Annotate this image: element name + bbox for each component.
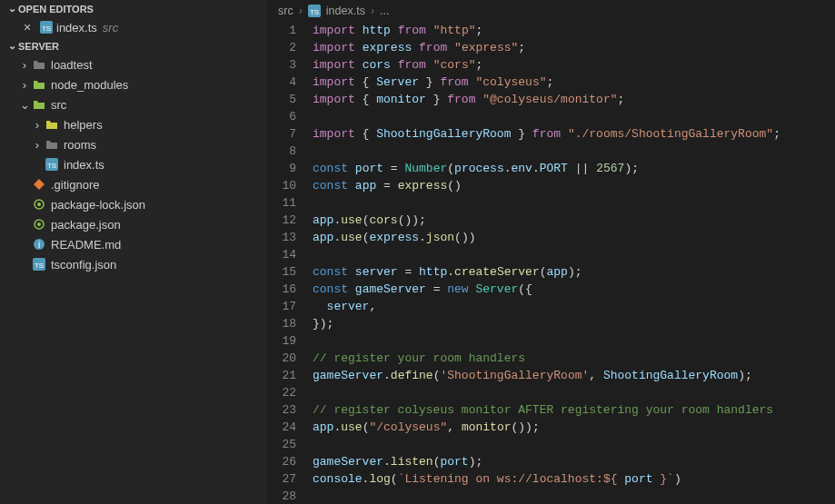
code-line[interactable]: app.use(express.json()) bbox=[313, 229, 835, 246]
code-line[interactable]: // register colyseus monitor AFTER regis… bbox=[313, 401, 835, 419]
code-line[interactable]: const app = express() bbox=[313, 177, 835, 194]
code-line[interactable] bbox=[313, 143, 835, 160]
code-content[interactable]: import http from "http";import express f… bbox=[313, 22, 835, 504]
code-line[interactable]: console.log(`Listening on ws://localhost… bbox=[313, 470, 835, 488]
svg-point-7 bbox=[37, 222, 41, 226]
chevron-right-icon: › bbox=[31, 138, 44, 152]
breadcrumb[interactable]: src › TS index.ts › ... bbox=[267, 0, 835, 22]
code-line[interactable]: import http from "http"; bbox=[313, 22, 835, 39]
tree-item-package-lock-json[interactable]: package-lock.json bbox=[0, 194, 267, 214]
ts-icon: TS bbox=[44, 158, 60, 171]
line-number: 5 bbox=[267, 91, 296, 108]
ts-icon: TS bbox=[31, 258, 47, 271]
code-line[interactable]: import { monitor } from "@colyseus/monit… bbox=[313, 91, 835, 108]
line-number: 8 bbox=[267, 143, 296, 160]
tree-item-label: .gitignore bbox=[51, 178, 99, 192]
line-number: 1 bbox=[267, 22, 296, 39]
line-number: 7 bbox=[267, 125, 296, 143]
tree-item-label: package-lock.json bbox=[51, 198, 145, 212]
tree-item-node-modules[interactable]: ›node_modules bbox=[0, 74, 267, 94]
code-line[interactable] bbox=[313, 488, 835, 504]
tree-item-package-json[interactable]: package.json bbox=[0, 214, 267, 234]
line-number: 14 bbox=[267, 246, 296, 263]
code-line[interactable]: import cors from "cors"; bbox=[313, 56, 835, 74]
code-line[interactable]: gameServer.listen(port); bbox=[313, 453, 835, 470]
tree-item--gitignore[interactable]: .gitignore bbox=[0, 174, 267, 194]
line-number: 20 bbox=[267, 350, 296, 367]
svg-text:TS: TS bbox=[310, 8, 319, 16]
code-line[interactable]: // register your room handlers bbox=[313, 350, 835, 367]
code-line[interactable] bbox=[313, 436, 835, 453]
tree-item-tsconfig-json[interactable]: TStsconfig.json bbox=[0, 254, 267, 274]
code-line[interactable]: app.use("/colyseus", monitor()); bbox=[313, 419, 835, 436]
line-number: 10 bbox=[267, 177, 296, 194]
ts-icon: TS bbox=[308, 5, 321, 17]
chevron-right-icon: › bbox=[18, 58, 31, 72]
open-editor-hint: src bbox=[103, 21, 118, 35]
line-number: 4 bbox=[267, 74, 296, 91]
svg-text:TS: TS bbox=[42, 25, 51, 33]
breadcrumb-part[interactable]: index.ts bbox=[326, 5, 365, 17]
open-editor-item[interactable]: × TS index.ts src bbox=[0, 17, 267, 37]
line-number: 19 bbox=[267, 332, 296, 350]
line-number: 28 bbox=[267, 488, 296, 504]
code-line[interactable] bbox=[313, 332, 835, 350]
chevron-right-icon: › bbox=[31, 118, 44, 132]
tree-item-helpers[interactable]: ›helpers bbox=[0, 114, 267, 134]
folder-src-icon bbox=[31, 98, 47, 111]
code-line[interactable]: }); bbox=[313, 315, 835, 332]
code-line[interactable] bbox=[313, 194, 835, 212]
line-number: 11 bbox=[267, 194, 296, 212]
open-editors-title: OPEN EDITORS bbox=[18, 4, 94, 15]
code-line[interactable]: const port = Number(process.env.PORT || … bbox=[313, 160, 835, 177]
tree-item-rooms[interactable]: ›rooms bbox=[0, 134, 267, 154]
tree-item-label: helpers bbox=[64, 118, 103, 132]
code-editor[interactable]: 1234567891011121314151617181920212223242… bbox=[267, 22, 835, 504]
line-number: 21 bbox=[267, 367, 296, 384]
code-line[interactable] bbox=[313, 108, 835, 125]
code-line[interactable]: import express from "express"; bbox=[313, 39, 835, 56]
code-line[interactable]: import { Server } from "colyseus"; bbox=[313, 74, 835, 91]
line-numbers: 1234567891011121314151617181920212223242… bbox=[267, 22, 313, 504]
explorer-title: SERVER bbox=[18, 41, 59, 52]
tree-item-label: rooms bbox=[64, 138, 96, 152]
close-icon[interactable]: × bbox=[24, 20, 40, 35]
file-tree: ›loadtest›node_modules⌄src›helpers›rooms… bbox=[0, 54, 267, 274]
tree-item-label: loadtest bbox=[51, 58, 93, 72]
open-editor-filename: index.ts bbox=[56, 21, 97, 35]
line-number: 18 bbox=[267, 315, 296, 332]
breadcrumb-part[interactable]: ... bbox=[380, 5, 389, 17]
tree-item-loadtest[interactable]: ›loadtest bbox=[0, 54, 267, 74]
tree-item-src[interactable]: ⌄src bbox=[0, 94, 267, 114]
code-line[interactable]: const gameServer = new Server({ bbox=[313, 281, 835, 298]
tree-item-readme-md[interactable]: iREADME.md bbox=[0, 234, 267, 254]
chevron-down-icon: ⌄ bbox=[5, 40, 18, 52]
line-number: 16 bbox=[267, 281, 296, 298]
svg-point-5 bbox=[37, 203, 41, 206]
line-number: 17 bbox=[267, 298, 296, 315]
tree-item-label: src bbox=[51, 98, 66, 112]
info-icon: i bbox=[31, 238, 47, 251]
code-line[interactable] bbox=[313, 384, 835, 401]
npm-icon bbox=[31, 198, 47, 211]
tree-item-index-ts[interactable]: TSindex.ts bbox=[0, 154, 267, 174]
explorer-header[interactable]: ⌄ SERVER bbox=[0, 37, 267, 54]
code-line[interactable] bbox=[313, 246, 835, 263]
chevron-right-icon: › bbox=[18, 78, 31, 92]
ts-icon: TS bbox=[40, 21, 53, 34]
code-line[interactable]: app.use(cors()); bbox=[313, 212, 835, 229]
line-number: 25 bbox=[267, 436, 296, 453]
line-number: 13 bbox=[267, 229, 296, 246]
line-number: 23 bbox=[267, 401, 296, 419]
chevron-right-icon: › bbox=[299, 5, 303, 17]
code-line[interactable]: gameServer.define('ShootingGalleryRoom',… bbox=[313, 367, 835, 384]
line-number: 3 bbox=[267, 56, 296, 74]
open-editors-header[interactable]: ⌄ OPEN EDITORS bbox=[0, 0, 267, 17]
code-line[interactable]: import { ShootingGalleryRoom } from "./r… bbox=[313, 125, 835, 143]
code-line[interactable]: server, bbox=[313, 298, 835, 315]
folder-icon bbox=[44, 138, 60, 151]
line-number: 22 bbox=[267, 384, 296, 401]
code-line[interactable]: const server = http.createServer(app); bbox=[313, 263, 835, 281]
tree-item-label: tsconfig.json bbox=[51, 258, 116, 272]
breadcrumb-part[interactable]: src bbox=[278, 5, 293, 17]
